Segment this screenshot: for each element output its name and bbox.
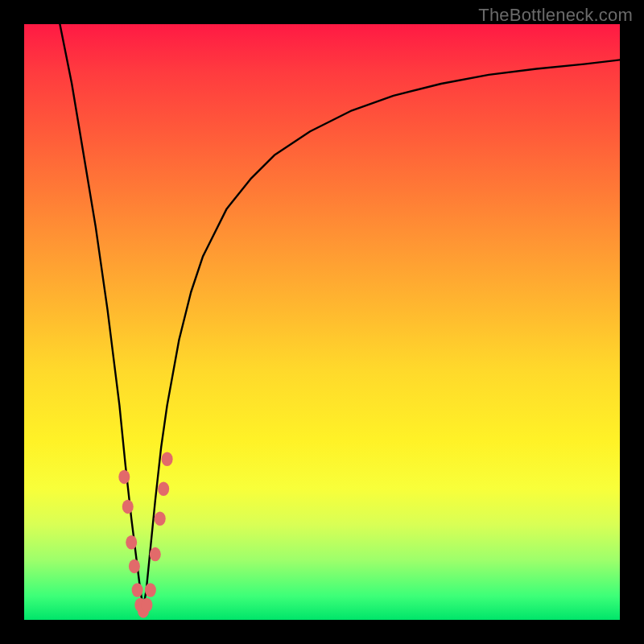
curve-marker <box>132 583 143 597</box>
curve-marker <box>126 535 137 550</box>
curve-marker <box>150 547 161 562</box>
curve-marker <box>162 452 173 466</box>
bottleneck-curve <box>60 24 620 608</box>
curve-marker <box>155 511 166 526</box>
chart-svg <box>24 24 620 620</box>
curve-marker <box>129 559 140 574</box>
curve-marker <box>145 583 156 597</box>
curve-marker <box>141 598 152 613</box>
curve-markers <box>118 452 172 617</box>
chart-frame: TheBottleneck.com <box>0 0 644 644</box>
chart-plot-area <box>24 24 620 620</box>
curve-marker <box>122 500 134 514</box>
curve-marker <box>158 481 169 496</box>
watermark-text: TheBottleneck.com <box>478 5 633 26</box>
curve-marker <box>118 470 130 485</box>
